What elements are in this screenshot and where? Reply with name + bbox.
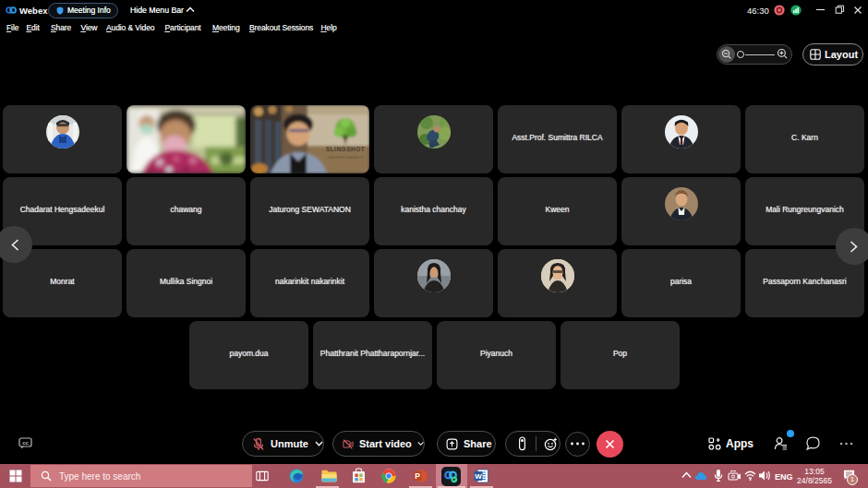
svg-text:LEADERSHIP THAILAND TH: LEADERSHIP THAILAND TH <box>327 156 363 160</box>
svg-text:W: W <box>475 472 482 481</box>
svg-text:SLINGSHOT: SLINGSHOT <box>326 146 365 152</box>
svg-text:cc: cc <box>22 440 29 446</box>
svg-text:P: P <box>415 471 420 481</box>
